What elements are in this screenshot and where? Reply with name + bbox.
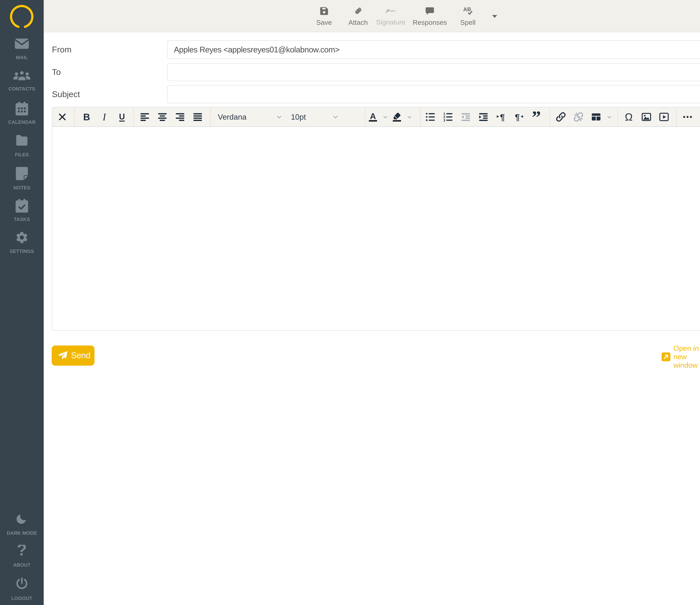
svg-text:U: U xyxy=(119,112,125,121)
svg-text:¶: ¶ xyxy=(500,112,505,122)
svg-text:?: ? xyxy=(17,545,27,558)
svg-text:”: ” xyxy=(532,112,541,122)
svg-text:¶: ¶ xyxy=(515,112,520,122)
svg-text:A: A xyxy=(370,112,376,121)
svg-text:AB: AB xyxy=(463,6,471,12)
svg-text:B: B xyxy=(83,112,90,122)
svg-text:Ω: Ω xyxy=(625,112,633,122)
svg-text:3: 3 xyxy=(443,119,445,122)
svg-text:I: I xyxy=(102,112,106,122)
